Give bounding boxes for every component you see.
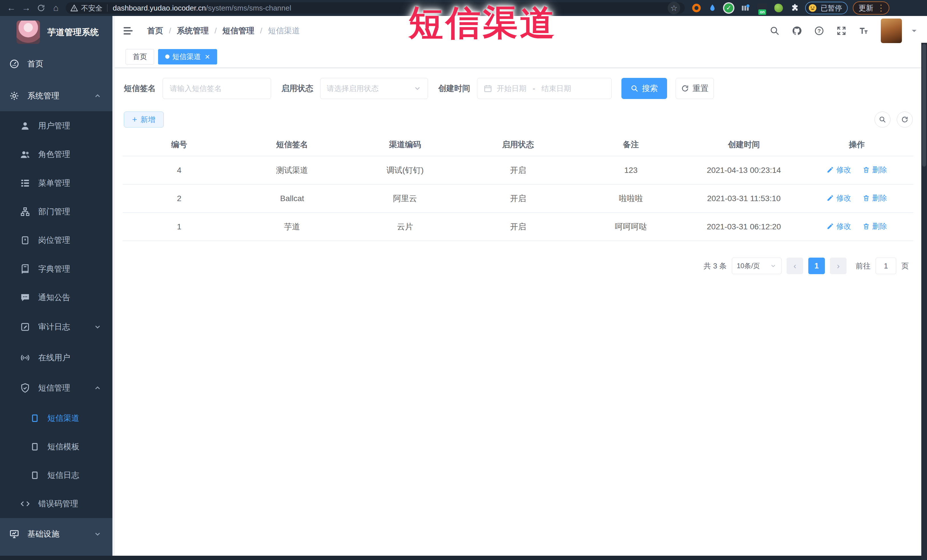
reset-button[interactable]: 重置 [676,78,714,99]
pencil-icon [827,194,834,202]
edit-link[interactable]: 修改 [827,193,851,203]
cell-status: 开启 [462,156,574,184]
sidebar-item-user-mgmt[interactable]: 用户管理 [0,112,112,140]
sidebar-item-error-code[interactable]: 错误码管理 [0,490,112,518]
bookmark-star-icon[interactable]: ☆ [668,2,680,14]
search-icon[interactable] [769,26,780,36]
sidebar-item-post-mgmt[interactable]: 岗位管理 [0,226,112,255]
sidebar-item-label: 在线用户 [38,352,70,363]
breadcrumb-home[interactable]: 首页 [147,26,163,36]
address-bar[interactable]: 不安全 dashboard.yudao.iocoder.cn /system/s… [65,2,685,14]
edit-link[interactable]: 修改 [827,165,851,175]
sign-input[interactable] [163,78,271,99]
extension-grid-icon[interactable] [741,3,750,12]
sidebar-item-menu-mgmt[interactable]: 菜单管理 [0,169,112,197]
github-icon[interactable] [792,26,802,36]
profile-paused-chip[interactable]: 已暂停 [805,2,848,14]
sidebar-item-label: 部门管理 [38,206,70,217]
sidebar-item-label: 岗位管理 [38,235,70,246]
browser-forward-icon[interactable]: → [19,1,33,15]
app-logo-row[interactable]: 芋道管理系统 [17,21,99,44]
sidebar-item-online-users[interactable]: 在线用户 [0,343,112,372]
page-size-value: 10条/页 [737,261,760,270]
refresh-table-button[interactable] [897,112,913,127]
sidebar-item-audit-log[interactable]: 审计日志 [0,313,112,341]
sidebar-item-label: 基础设施 [27,529,59,539]
update-label: 更新 [859,3,873,13]
page-unit-label: 页 [901,261,909,271]
goto-page-input[interactable] [875,258,896,274]
sidebar-item-notice[interactable]: 通知公告 [0,283,112,312]
sidebar-item-label: 短信日志 [47,470,79,481]
sidebar-item-label: 角色管理 [38,149,70,160]
extension-drop-icon[interactable] [708,4,717,12]
extension-check-icon[interactable]: ✓ [724,3,733,12]
sidebar-item-sms-template[interactable]: 短信模板 [0,433,112,461]
sidebar-item-sms-log[interactable]: 短信日志 [0,461,112,490]
extension-switch-icon[interactable]: on [757,3,767,12]
sidebar-item-dict-mgmt[interactable]: 字典管理 [0,255,112,283]
table-toolbar: + 新增 [124,111,913,128]
date-start-placeholder[interactable]: 开始日期 [497,83,526,94]
cell-code: 云片 [349,212,462,241]
breadcrumb-sms[interactable]: 短信管理 [223,26,254,36]
extensions-puzzle-icon[interactable] [790,3,799,12]
delete-link[interactable]: 删除 [863,193,887,203]
audit-log-icon [20,322,30,332]
date-end-placeholder[interactable]: 结束日期 [541,83,571,94]
breadcrumb-system[interactable]: 系统管理 [177,26,209,36]
sidebar-item-system[interactable]: 系统管理 [0,82,112,110]
search-button[interactable]: 搜索 [622,78,667,99]
cell-remark: 呵呵呵哒 [574,212,687,241]
close-icon[interactable]: × [205,53,210,61]
sidebar-item-infrastructure[interactable]: 基础设施 [0,520,112,548]
extension-green-icon[interactable] [774,4,783,12]
sidebar-item-role-mgmt[interactable]: 角色管理 [0,140,112,168]
user-avatar[interactable] [881,18,902,43]
trash-icon [863,166,870,173]
scrollbar-thumb[interactable] [922,44,926,167]
data-table: 编号 短信签名 渠道编码 启用状态 备注 创建时间 操作 4 测试渠道 调试(钉… [123,133,913,241]
page-1-button[interactable]: 1 [808,258,825,274]
extension-donut-icon[interactable] [692,4,701,12]
delete-link[interactable]: 删除 [863,222,887,231]
security-label[interactable]: 不安全 [81,3,102,13]
sidebar-collapse-icon[interactable] [122,25,134,37]
url-path[interactable]: /system/sms/sms-channel [206,4,291,12]
sidebar-item-sms-mgmt[interactable]: 短信管理 [0,374,112,402]
search-icon [631,85,638,93]
browser-refresh-icon[interactable] [33,1,49,15]
cell-id: 4 [123,156,236,184]
toggle-search-button[interactable] [874,112,891,127]
font-size-icon[interactable] [859,26,869,36]
pencil-icon [827,223,834,230]
page-scrollbar[interactable] [921,43,927,560]
sidebar-item-label: 用户管理 [38,120,70,131]
add-button[interactable]: + 新增 [124,112,164,127]
tab-home[interactable]: 首页 [126,49,154,64]
fullscreen-icon[interactable] [836,26,846,36]
help-icon[interactable]: ? [814,26,824,36]
browser-update-menu[interactable]: 更新 ⋮ [853,2,889,15]
refresh-icon [681,85,689,93]
browser-menu-dots-icon[interactable]: ⋮ [877,4,885,12]
main-content: 短信签名 启用状态 请选择启用状态 创建时间 开始日期 - 结束日期 搜索 重置 [115,69,921,556]
delete-link[interactable]: 删除 [863,165,887,175]
url-domain[interactable]: dashboard.yudao.iocoder.cn [113,4,206,12]
sidebar-scrollbar-track[interactable] [112,16,115,556]
sidebar-item-home[interactable]: 首页 [0,50,112,78]
caret-down-icon[interactable] [910,27,918,35]
browser-home-icon[interactable]: ⌂ [49,1,63,15]
tab-sms-channel[interactable]: 短信渠道 × [158,49,217,64]
date-range-picker[interactable]: 开始日期 - 结束日期 [477,78,612,99]
cell-code: 调试(钉钉) [349,156,462,184]
sidebar-item-dept-mgmt[interactable]: 部门管理 [0,197,112,226]
breadcrumb-current: 短信渠道 [268,26,300,36]
edit-link[interactable]: 修改 [827,222,851,231]
page-size-select[interactable]: 10条/页 [732,258,781,274]
status-select[interactable]: 请选择启用状态 [320,78,428,99]
sidebar-item-sms-channel[interactable]: 短信渠道 [0,404,112,433]
next-page-button[interactable]: › [830,258,846,274]
prev-page-button[interactable]: ‹ [787,258,803,274]
browser-back-icon[interactable]: ← [4,1,19,15]
